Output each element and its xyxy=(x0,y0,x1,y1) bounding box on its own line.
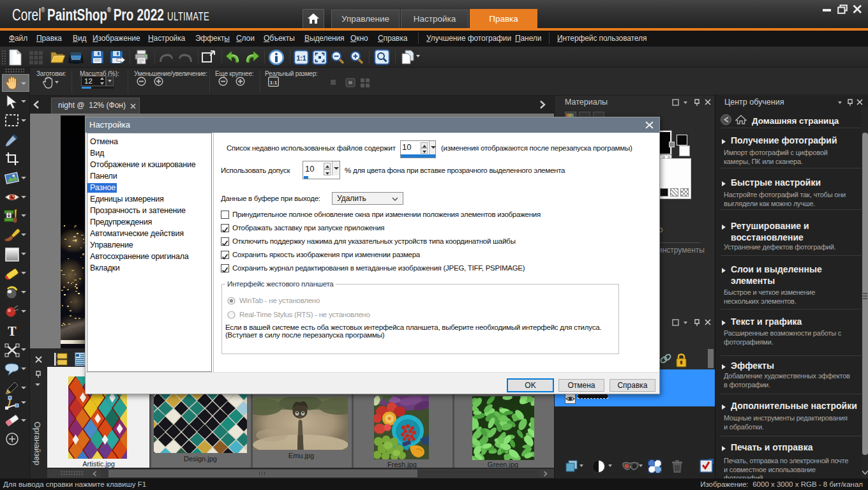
svg-text:T: T xyxy=(8,324,17,338)
svg-text:1:1: 1:1 xyxy=(270,80,278,85)
svg-text:1:1: 1:1 xyxy=(296,54,306,62)
